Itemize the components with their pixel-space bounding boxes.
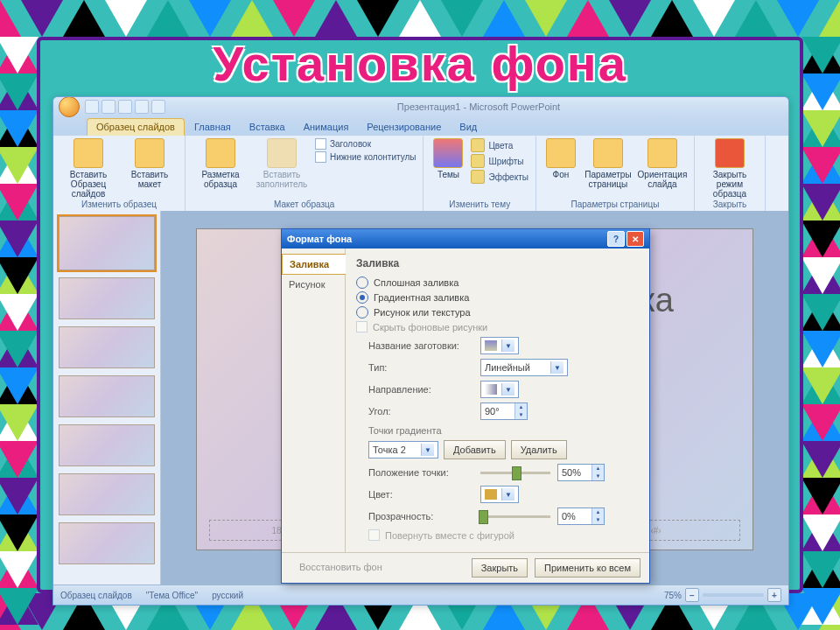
insert-slide-master-button[interactable]: Вставить Образец слайдов [60, 138, 116, 199]
master-layout-button[interactable]: Разметка образца [192, 138, 248, 189]
presentation-slide: Установка фона Презентация1 - Microsoft … [0, 0, 840, 630]
colors-button[interactable]: Цвета [471, 138, 528, 152]
zoom-out-button[interactable]: − [685, 588, 699, 602]
stop-dropdown[interactable]: Точка 2▼ [368, 441, 438, 458]
close-icon[interactable]: ✕ [626, 231, 644, 247]
ribbon: Вставить Образец слайдов Вставить макет … [53, 136, 788, 212]
page-setup-button[interactable]: Параметры страницы [584, 138, 633, 189]
format-background-dialog: Формат фона ? ✕ Заливка Рисунок Заливка … [281, 228, 650, 584]
group-label: Изменить образец [60, 199, 178, 209]
position-spinner[interactable]: 50%▲▼ [557, 464, 605, 481]
qat-button[interactable] [135, 100, 149, 114]
radio-solid-fill[interactable]: Сплошная заливка [356, 276, 639, 289]
tab-view[interactable]: Вид [451, 119, 486, 136]
label-transparency: Прозрачность: [368, 511, 473, 522]
status-bar: Образец слайдов "Тема Office" русский 75… [53, 584, 788, 605]
title-checkbox[interactable]: Заголовок [315, 138, 416, 150]
label-direction: Направление: [368, 384, 473, 395]
slide-orientation-button[interactable]: Ориентация слайда [638, 138, 687, 189]
thumbnail[interactable]: 1 [59, 216, 155, 270]
window-title: Презентация1 - Microsoft PowerPoint [174, 102, 783, 112]
label-preset: Название заготовки: [368, 340, 473, 351]
qat-undo-icon[interactable] [102, 100, 116, 114]
checkbox-rotate-with-shape: Повернуть вместе с фигурой [368, 529, 639, 541]
insert-placeholder-button: Вставить заполнитель [254, 138, 310, 189]
slide-thumbnails[interactable]: 1 [53, 211, 161, 585]
dialog-nav: Заливка Рисунок [282, 248, 346, 552]
angle-spinner[interactable]: 90°▲▼ [480, 402, 528, 420]
quick-access-toolbar [85, 100, 165, 114]
tab-insert[interactable]: Вставка [241, 119, 294, 136]
thumbnail[interactable] [59, 424, 155, 466]
group-label: Изменить тему [430, 199, 528, 209]
apply-all-button[interactable]: Применить ко всем [535, 558, 640, 578]
ribbon-tabs: Образец слайдов Главная Вставка Анимация… [53, 116, 788, 136]
zoom-value: 75% [664, 591, 682, 600]
fonts-button[interactable]: Шрифты [471, 154, 528, 168]
label-angle: Угол: [368, 406, 473, 416]
group-label: Макет образца [192, 199, 416, 209]
zoom-in-button[interactable]: + [767, 588, 781, 602]
status-view: Образец слайдов [60, 591, 132, 600]
delete-stop-button[interactable]: Удалить [511, 440, 567, 459]
transparency-spinner[interactable]: 0%▲▼ [557, 508, 605, 525]
nav-picture[interactable]: Рисунок [282, 275, 345, 294]
preset-dropdown[interactable]: ▼ [480, 337, 519, 354]
tab-review[interactable]: Рецензирование [358, 119, 450, 136]
dialog-titlebar[interactable]: Формат фона ? ✕ [282, 229, 649, 248]
help-icon[interactable]: ? [607, 231, 625, 247]
thumbnail[interactable] [59, 473, 155, 515]
group-label: Закрыть [702, 199, 758, 209]
titlebar: Презентация1 - Microsoft PowerPoint [53, 97, 788, 116]
qat-button[interactable] [151, 100, 165, 114]
zoom-slider[interactable] [703, 593, 764, 597]
insert-layout-button[interactable]: Вставить макет [122, 138, 178, 189]
reset-background-button[interactable]: Восстановить фон [290, 558, 391, 576]
thumbnail[interactable] [59, 326, 155, 368]
close-master-view-button[interactable]: Закрыть режим образца [702, 138, 758, 199]
label-stop-position: Положение точки: [368, 467, 473, 478]
label-type: Тип: [368, 362, 473, 373]
footers-checkbox[interactable]: Нижние колонтитулы [315, 151, 416, 163]
label-color: Цвет: [368, 489, 473, 500]
themes-button[interactable]: Темы [430, 138, 466, 179]
tab-animations[interactable]: Анимация [295, 119, 358, 136]
direction-dropdown[interactable]: ▼ [480, 381, 519, 398]
transparency-slider[interactable] [480, 515, 550, 518]
checkbox-hide-graphics: Скрыть фоновые рисунки [356, 321, 639, 332]
thumbnail[interactable] [59, 375, 155, 417]
status-language: русский [212, 591, 243, 600]
office-button[interactable] [59, 96, 80, 117]
nav-fill[interactable]: Заливка [282, 254, 346, 275]
dialog-title: Формат фона [287, 234, 352, 244]
tab-slide-master[interactable]: Образец слайдов [87, 118, 185, 136]
background-button[interactable]: Фон [543, 138, 578, 179]
thumbnail[interactable] [59, 277, 155, 319]
section-heading: Заливка [356, 257, 639, 270]
status-theme: "Тема Office" [146, 591, 198, 600]
tab-home[interactable]: Главная [186, 119, 240, 136]
effects-button[interactable]: Эффекты [471, 170, 528, 184]
powerpoint-window: Презентация1 - Microsoft PowerPoint Обра… [52, 96, 789, 606]
page-title: Установка фона [0, 35, 840, 92]
close-button[interactable]: Закрыть [472, 558, 528, 578]
radio-gradient-fill[interactable]: Градиентная заливка [356, 291, 639, 304]
position-slider[interactable] [480, 472, 550, 474]
thumbnail[interactable] [59, 522, 155, 564]
dialog-content: Заливка Сплошная заливка Градиентная зал… [346, 248, 649, 552]
type-dropdown[interactable]: Линейный▼ [480, 359, 568, 376]
qat-redo-icon[interactable] [118, 100, 132, 114]
color-picker[interactable]: ▼ [480, 486, 519, 503]
group-label: Параметры страницы [543, 199, 687, 209]
radio-picture-fill[interactable]: Рисунок или текстура [356, 306, 639, 318]
label-gradient-stops: Точки градиента [368, 425, 639, 436]
add-stop-button[interactable]: Добавить [444, 440, 506, 459]
zoom-controls: 75% − + [664, 588, 781, 602]
qat-save-icon[interactable] [85, 100, 99, 114]
